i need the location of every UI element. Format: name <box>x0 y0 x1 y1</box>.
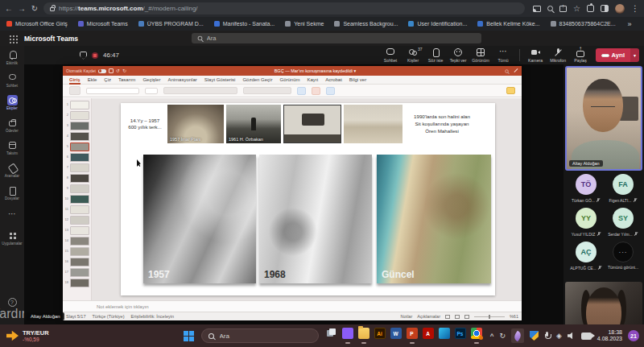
illustrator-button[interactable]: Ai <box>374 328 386 344</box>
sync-icon[interactable]: ↻ <box>499 332 506 340</box>
meeting-toolbar-button[interactable]: Sohbet <box>381 48 401 63</box>
notes-toggle[interactable]: Notlar <box>401 314 413 319</box>
slide-thumbnail[interactable]: 11 <box>63 204 91 215</box>
taskbar-search[interactable] <box>201 328 319 343</box>
zoom-slider[interactable] <box>474 316 505 317</box>
tray-mic-icon[interactable] <box>544 331 551 341</box>
save-icon[interactable] <box>109 68 114 73</box>
meeting-toolbar-button[interactable]: Söz iste <box>426 48 446 63</box>
slide-thumbnail[interactable]: 14 <box>63 236 91 246</box>
slide-thumbnail[interactable]: 7 <box>63 163 91 173</box>
acrobat-button[interactable]: A <box>422 328 434 344</box>
autosave-toggle[interactable] <box>98 69 106 73</box>
participant-video-tile[interactable] <box>565 282 642 324</box>
ribbon-tab[interactable]: Tasarım <box>118 76 135 85</box>
slide-thumbnail[interactable]: 13 <box>63 225 91 236</box>
tray-drive-icon[interactable]: ◈ <box>556 332 562 340</box>
clipchamp-button[interactable] <box>341 328 353 344</box>
tray-expand-icon[interactable]: ^ <box>490 333 494 340</box>
ribbon-tab[interactable]: Animasyonlar <box>167 76 196 85</box>
slide-canvas[interactable]: 14.Yy – 1957 600 yıllık terk... 1957 İma… <box>121 103 495 295</box>
language-status[interactable]: Türkçe (Türkiye) <box>92 314 124 319</box>
device-toolbar-button[interactable]: Mikrofon <box>548 48 568 63</box>
sidebar-item[interactable] <box>0 204 24 226</box>
sidebar-item[interactable]: Aramalar <box>0 159 24 181</box>
currency-widget[interactable]: TRY/EUR -%0,59 <box>6 329 49 343</box>
taskbar-clock[interactable]: 18:38 4.08.2023 <box>597 329 622 343</box>
tray-camera-icon[interactable] <box>581 333 592 340</box>
ppt-pen-icon[interactable] <box>514 68 518 72</box>
ppt-search-icon[interactable] <box>505 69 508 72</box>
start-button[interactable] <box>184 331 188 336</box>
app-launcher-icon[interactable] <box>10 35 11 37</box>
bookmark[interactable]: User Identification... <box>408 21 467 27</box>
slide-thumbnail[interactable]: 6 <box>63 152 91 163</box>
device-toolbar-button[interactable]: Paylaş <box>571 48 591 63</box>
slide-thumbnail[interactable]: 8 <box>63 173 91 184</box>
presenter-video-tile[interactable]: Altay Aldoğan <box>565 66 642 171</box>
sidebar-item[interactable]: Ekipler <box>0 91 24 114</box>
sidebar-item[interactable]: Ödevler <box>0 114 24 136</box>
paragraph-group-placeholder[interactable] <box>163 87 237 94</box>
back-icon[interactable]: ← <box>5 5 13 13</box>
sidebar-item[interactable]: Uygulamalar <box>0 226 24 249</box>
normal-view-icon[interactable] <box>445 315 450 319</box>
slide-thumbnail[interactable]: 1 <box>63 100 91 110</box>
photoshop-button[interactable]: Ps <box>454 328 466 344</box>
speaker-icon[interactable] <box>568 332 576 340</box>
slide-thumbnail[interactable]: 5 <box>63 142 91 152</box>
adobe-pdf-icon[interactable] <box>312 87 320 95</box>
address-bar[interactable]: https://teams.microsoft.com/_#/modern-ca… <box>43 2 525 14</box>
slide-thumbnail[interactable]: 16 <box>63 257 91 267</box>
meeting-toolbar-button[interactable]: Görünüm <box>471 48 491 63</box>
bookmark[interactable]: 8348506375864C2E... <box>551 21 616 27</box>
forward-icon[interactable]: → <box>18 5 26 13</box>
ppt-notes-pane[interactable]: Not eklemek için tıklayın <box>63 300 522 312</box>
device-toolbar-button[interactable]: Kamera <box>526 48 546 63</box>
bookmark[interactable]: ÜYBS PROGRAM D... <box>138 21 204 27</box>
ribbon-tab[interactable]: Bilgi ver <box>349 76 366 85</box>
slide-thumbnail[interactable]: 2 <box>63 110 91 121</box>
bookmark[interactable]: Microsoft Teams <box>78 21 128 27</box>
bookmarks-overflow-icon[interactable]: » <box>628 20 632 28</box>
teams-search-input[interactable] <box>207 35 476 42</box>
drawing-group-placeholder[interactable] <box>243 87 291 94</box>
font-size-box[interactable] <box>145 88 158 94</box>
notification-badge[interactable]: 21 <box>628 330 639 341</box>
cast-icon[interactable] <box>533 6 541 12</box>
bookmark[interactable]: Microsoft Office Giriş <box>6 21 68 27</box>
ribbon-tab[interactable]: Kayıt <box>307 76 318 85</box>
bookmark[interactable]: Seamless Backgrou... <box>334 21 398 27</box>
ribbon-tab[interactable]: Ekle <box>88 76 97 85</box>
participant-avatar[interactable]: TÖ Türkan GÖ... <box>568 174 604 203</box>
ribbon-tab[interactable]: Giriş <box>69 76 80 85</box>
chrome-button[interactable] <box>470 328 482 344</box>
sidebar-item[interactable]: Dosyalar <box>0 181 24 204</box>
bookmark-star-icon[interactable]: ☆ <box>573 5 580 13</box>
comments-toggle[interactable]: Açıklamalar <box>417 314 440 319</box>
edge-button[interactable] <box>438 328 450 344</box>
reload-icon[interactable]: ↻ <box>31 5 39 13</box>
slide-sorter-view-icon[interactable] <box>455 315 460 319</box>
ribbon-tab[interactable]: Geçişler <box>142 76 160 85</box>
font-name-box[interactable] <box>86 88 139 94</box>
ribbon-tab[interactable]: Görünüm <box>279 76 299 85</box>
participant-avatar[interactable]: YY Yusuf YILDIZ <box>568 208 604 237</box>
sidebar-item[interactable]: Takvim <box>0 136 24 159</box>
paste-group-placeholder[interactable] <box>69 86 80 95</box>
file-explorer-button[interactable] <box>357 328 369 344</box>
slide-thumbnail[interactable]: 9 <box>63 184 91 194</box>
slide-thumbnail[interactable]: 17 <box>63 267 91 278</box>
feather-app-tray[interactable] <box>511 328 524 343</box>
powerpoint-button[interactable]: P <box>406 328 418 344</box>
ribbon-tab[interactable]: Acrobat <box>325 76 342 85</box>
sidebar-item[interactable]: Etkinlik <box>0 46 24 68</box>
redo-icon[interactable]: ↻ <box>122 68 126 73</box>
leave-options-chevron-icon[interactable]: ▾ <box>630 48 639 62</box>
ribbon-tab[interactable]: Gözden Geçir <box>242 76 272 85</box>
bookmark[interactable]: Yeni Sekme <box>285 21 324 27</box>
meeting-toolbar-button[interactable]: Tümü <box>493 48 514 63</box>
meeting-toolbar-button[interactable]: Tepki ver <box>448 48 469 63</box>
zoom-out-icon[interactable] <box>547 6 553 11</box>
slide-thumbnail[interactable]: 4 <box>63 131 91 142</box>
